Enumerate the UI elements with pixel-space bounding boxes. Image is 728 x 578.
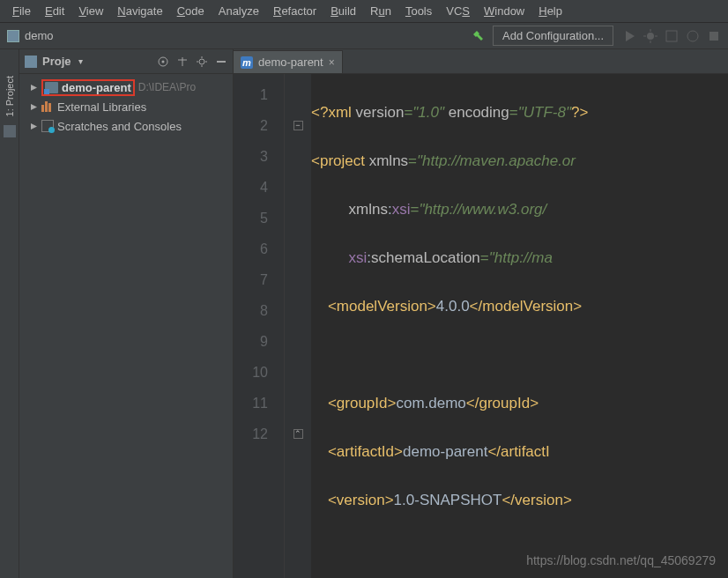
fold-column: − ⌃ xyxy=(285,74,311,578)
tree-scratch-row[interactable]: Scratches and Consoles xyxy=(26,116,233,136)
menu-help[interactable]: Help xyxy=(531,3,569,19)
line-number: 6 xyxy=(234,233,284,264)
project-tree: demo-parent D:\IDEA\Pro External Librari… xyxy=(19,74,233,139)
svg-point-8 xyxy=(199,59,204,64)
menu-run[interactable]: Run xyxy=(363,3,398,19)
tool-window-bar-left: 1: Project xyxy=(0,49,19,578)
project-view-icon xyxy=(25,56,37,68)
fold-toggle-icon[interactable]: − xyxy=(293,121,303,130)
editor-area: m demo-parent × 1 2 3 4 5 6 7 8 9 10 11 … xyxy=(234,49,728,578)
breadcrumb[interactable]: demo xyxy=(25,29,54,42)
project-tool-button[interactable]: 1: Project xyxy=(4,76,15,116)
scratch-icon xyxy=(41,120,54,132)
maven-file-icon: m xyxy=(241,56,253,69)
menu-window[interactable]: Window xyxy=(477,3,531,19)
coverage-icon[interactable] xyxy=(665,29,679,43)
tree-scratch-label: Scratches and Consoles xyxy=(57,120,182,133)
hide-icon[interactable] xyxy=(215,56,227,68)
stop-icon[interactable] xyxy=(707,29,721,43)
expand-all-icon[interactable] xyxy=(176,56,189,68)
line-number: 9 xyxy=(234,326,284,357)
library-icon xyxy=(41,101,54,112)
tree-arrow-icon[interactable] xyxy=(30,103,38,111)
menu-code[interactable]: Code xyxy=(170,3,212,19)
tree-libs-row[interactable]: External Libraries xyxy=(26,97,233,116)
build-icon[interactable] xyxy=(472,29,486,43)
menubar: File Edit View Navigate Code Analyze Ref… xyxy=(0,0,728,23)
line-number: 1 xyxy=(234,79,284,110)
profile-icon[interactable] xyxy=(686,29,700,43)
svg-point-0 xyxy=(647,33,654,40)
tree-arrow-icon[interactable] xyxy=(30,122,38,130)
line-number: 12 xyxy=(234,419,284,449)
folder-icon xyxy=(45,82,58,93)
menu-tools[interactable]: Tools xyxy=(398,3,439,19)
debug-icon[interactable] xyxy=(643,29,657,43)
line-number: 11 xyxy=(234,388,284,419)
fold-end-icon[interactable]: ⌃ xyxy=(293,429,303,439)
line-gutter: 1 2 3 4 5 6 7 8 9 10 11 12 xyxy=(234,74,285,578)
svg-rect-9 xyxy=(217,61,226,63)
line-number: 5 xyxy=(234,203,284,233)
menu-view[interactable]: View xyxy=(71,3,110,19)
line-number: 8 xyxy=(234,295,284,326)
menu-file[interactable]: File xyxy=(5,3,38,19)
navbar: demo Add Configuration... xyxy=(0,23,728,49)
run-toolbar xyxy=(622,29,721,43)
menu-analyze[interactable]: Analyze xyxy=(212,3,266,19)
svg-rect-4 xyxy=(4,125,16,137)
svg-rect-5 xyxy=(25,56,37,68)
project-view-dropdown-icon[interactable]: ▾ xyxy=(78,56,83,66)
project-icon xyxy=(7,30,19,42)
tree-root-path: D:\IDEA\Pro xyxy=(138,81,196,93)
svg-point-7 xyxy=(162,60,165,63)
svg-rect-3 xyxy=(709,32,718,41)
code-editor[interactable]: <?xml version="1.0" encoding="UTF-8"?> <… xyxy=(311,74,728,578)
watermark: https://blog.csdn.net/qq_45069279 xyxy=(526,553,716,567)
tree-root-label: demo-parent xyxy=(62,81,131,94)
run-icon[interactable] xyxy=(622,29,636,43)
line-number: 2 xyxy=(234,110,284,141)
run-config-selector[interactable]: Add Configuration... xyxy=(493,26,613,46)
tree-libs-label: External Libraries xyxy=(57,100,146,114)
svg-point-2 xyxy=(687,31,698,41)
project-panel-title[interactable]: Proje xyxy=(42,55,71,68)
gear-icon[interactable] xyxy=(196,56,208,68)
menu-vcs[interactable]: VCS xyxy=(439,3,477,19)
editor-tab-label: demo-parent xyxy=(258,56,323,69)
tree-root-highlight: demo-parent xyxy=(41,79,135,96)
editor-body: 1 2 3 4 5 6 7 8 9 10 11 12 − ⌃ <?xml ver… xyxy=(234,74,728,578)
menu-edit[interactable]: Edit xyxy=(38,3,71,19)
menu-navigate[interactable]: Navigate xyxy=(110,3,169,19)
close-tab-icon[interactable]: × xyxy=(329,56,335,69)
svg-rect-1 xyxy=(666,31,677,41)
line-number: 7 xyxy=(234,264,284,295)
structure-tool-icon[interactable] xyxy=(4,125,16,137)
menu-refactor[interactable]: Refactor xyxy=(266,3,323,19)
line-number: 10 xyxy=(234,357,284,388)
menu-build[interactable]: Build xyxy=(323,3,363,19)
project-panel: Proje▾ demo-parent D:\IDEA\Pro Extern xyxy=(19,49,234,578)
editor-tab[interactable]: m demo-parent × xyxy=(234,50,343,73)
locate-icon[interactable] xyxy=(157,56,169,68)
tree-arrow-icon[interactable] xyxy=(30,84,38,92)
line-number: 4 xyxy=(234,172,284,203)
tree-root-row[interactable]: demo-parent D:\IDEA\Pro xyxy=(26,78,233,97)
project-panel-header: Proje▾ xyxy=(19,49,233,74)
line-number: 3 xyxy=(234,141,284,172)
editor-tabbar: m demo-parent × xyxy=(234,49,728,74)
